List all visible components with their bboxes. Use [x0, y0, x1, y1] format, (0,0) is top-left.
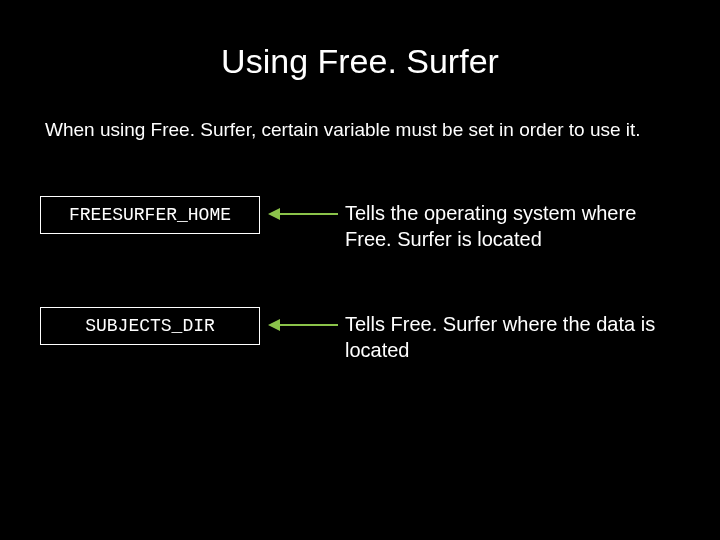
variable-box-subjects-dir: SUBJECTS_DIR	[40, 307, 260, 345]
arrow-icon	[260, 307, 345, 331]
slide: Using Free. Surfer When using Free. Surf…	[0, 0, 720, 540]
variable-row: SUBJECTS_DIR Tells Free. Surfer where th…	[40, 307, 680, 363]
variable-box-freesurfer-home: FREESURFER_HOME	[40, 196, 260, 234]
variable-description: Tells the operating system where Free. S…	[345, 196, 680, 252]
arrow-icon	[260, 196, 345, 220]
slide-title: Using Free. Surfer	[40, 42, 680, 81]
intro-text: When using Free. Surfer, certain variabl…	[40, 119, 680, 141]
variable-row: FREESURFER_HOME Tells the operating syst…	[40, 196, 680, 252]
variable-description: Tells Free. Surfer where the data is loc…	[345, 307, 680, 363]
